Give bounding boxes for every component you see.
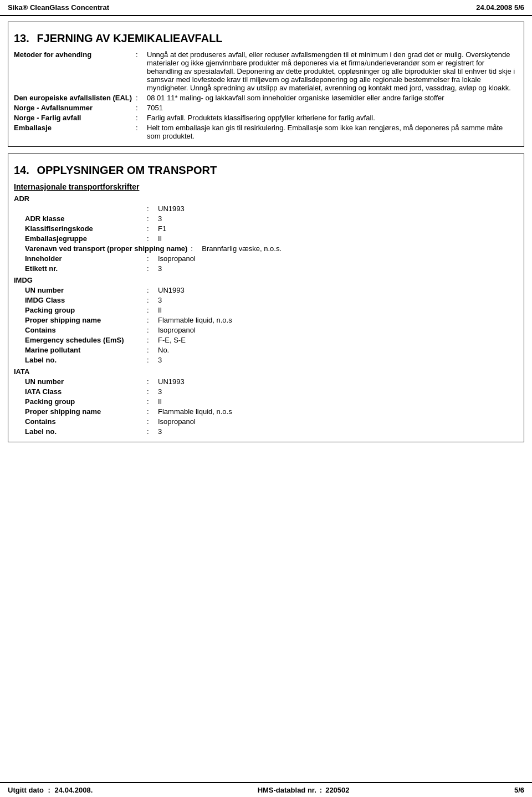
imdg-label-colon: : [147, 356, 158, 364]
imdg-contains-value: Isopropanol [158, 326, 518, 334]
iata-proper-label: Proper shipping name [25, 407, 147, 416]
imdg-section: UN number : UN1993 IMDG Class : 3 Packin… [25, 286, 518, 364]
imdg-packing-colon: : [147, 306, 158, 314]
iata-label-label: Label no. [25, 427, 147, 436]
imdg-emergency-row: Emergency schedules (EmS) : F-E, S-E [25, 336, 518, 344]
footer-utgitt-colon: : [48, 786, 50, 794]
iata-class-value: 3 [158, 387, 518, 396]
adr-section: : UN1993 ADR klasse : 3 Klassifiseringsk… [25, 205, 518, 273]
iata-label-colon: : [147, 427, 158, 436]
field-colon-metoder: : [136, 50, 147, 59]
section-14-title: 14. OPPLYSNINGER OM TRANSPORT [14, 164, 518, 177]
iata-label-row: Label no. : 3 [25, 427, 518, 436]
adr-varenavn-colon: : [191, 244, 202, 253]
field-label-emballasje: Emballasje [14, 124, 136, 132]
adr-inneholder-label: Inneholder [25, 254, 147, 263]
section-13: 13. FJERNING AV KJEMIKALIEAVFALL Metoder… [8, 22, 524, 147]
field-label-avfallsnummer: Norge - Avfallsnummer [14, 104, 136, 112]
adr-class-label: ADR klasse [25, 214, 147, 223]
field-farlig-avfall: Norge - Farlig avfall : Farlig avfall. P… [14, 114, 518, 122]
adr-inneholder-row: Inneholder : Isopropanol [25, 254, 518, 263]
imdg-class-label: IMDG Class [25, 296, 147, 304]
adr-inneholder-colon: : [147, 254, 158, 263]
imdg-marine-colon: : [147, 346, 158, 354]
iata-packing-row: Packing group : II [25, 397, 518, 406]
imdg-label-value: 3 [158, 356, 518, 364]
iata-class-label: IATA Class [25, 387, 147, 396]
page-footer: Utgitt dato : 24.04.2008. HMS-datablad n… [0, 782, 532, 797]
imdg-packing-label: Packing group [25, 306, 147, 314]
imdg-header: IMDG [14, 276, 518, 284]
page: Sika® CleanGlass Concentrat 24.04.2008 5… [0, 0, 532, 797]
adr-class-row: ADR klasse : 3 [25, 214, 518, 223]
adr-klass-colon: : [147, 224, 158, 233]
adr-varenavn-row: Varenavn ved transport (proper shipping … [25, 244, 518, 253]
adr-etikett-label: Etikett nr. [25, 264, 147, 273]
section-14-subsection: Internasjonale transportforskrifter [14, 182, 518, 191]
field-label-metoder: Metoder for avhending [14, 50, 136, 59]
imdg-proper-colon: : [147, 316, 158, 324]
footer-utgitt-label: Utgitt dato [8, 786, 44, 794]
imdg-proper-value: Flammable liquid, n.o.s [158, 316, 518, 324]
footer-hms-colon: : [320, 786, 322, 794]
footer-left: Utgitt dato : 24.04.2008. [8, 786, 93, 794]
imdg-packing-value: II [158, 306, 518, 314]
iata-contains-label: Contains [25, 417, 147, 426]
field-emballasje: Emballasje : Helt tom emballasje kan gis… [14, 124, 518, 140]
footer-hms-label: HMS-datablad nr. [258, 786, 316, 794]
adr-varenavn-value: Brannfarlig væske, n.o.s. [202, 244, 518, 253]
field-colon-farlig: : [136, 114, 147, 122]
imdg-class-colon: : [147, 296, 158, 304]
adr-emb-row: Emballasjegruppe : II [25, 234, 518, 243]
adr-un-colon: : [147, 205, 158, 213]
iata-proper-row: Proper shipping name : Flammable liquid,… [25, 407, 518, 416]
imdg-marine-row: Marine pollutant : No. [25, 346, 518, 354]
field-colon-emballasje: : [136, 124, 147, 132]
field-metoder: Metoder for avhending : Unngå at det pro… [14, 50, 518, 92]
footer-utgitt-value: 24.04.2008. [55, 786, 93, 794]
field-value-emballasje: Helt tom emballasje kan gis til resirkul… [147, 124, 518, 140]
field-colon-eal: : [136, 94, 147, 102]
iata-packing-colon: : [147, 397, 158, 406]
adr-un-row: : UN1993 [25, 205, 518, 213]
field-value-eal: 08 01 11* maling- og lakkavfall som inne… [147, 94, 518, 102]
imdg-contains-row: Contains : Isopropanol [25, 326, 518, 334]
adr-varenavn-label: Varenavn ved transport (proper shipping … [25, 244, 191, 253]
header-meta: 24.04.2008 5/6 [476, 3, 524, 12]
iata-un-colon: : [147, 377, 158, 386]
adr-klass-label: Klassifiseringskode [25, 224, 147, 233]
imdg-emergency-colon: : [147, 336, 158, 344]
adr-class-value: 3 [158, 214, 518, 223]
iata-class-row: IATA Class : 3 [25, 387, 518, 396]
imdg-proper-label: Proper shipping name [25, 316, 147, 324]
imdg-un-colon: : [147, 286, 158, 294]
adr-header: ADR [14, 195, 518, 203]
footer-hms-value: 220502 [325, 786, 349, 794]
adr-klass-value: F1 [158, 224, 518, 233]
imdg-un-label: UN number [25, 286, 147, 294]
imdg-label-label: Label no. [25, 356, 147, 364]
iata-label-value: 3 [158, 427, 518, 436]
imdg-marine-value: No. [158, 346, 518, 354]
imdg-emergency-value: F-E, S-E [158, 336, 518, 344]
imdg-emergency-label: Emergency schedules (EmS) [25, 336, 147, 344]
adr-emb-value: II [158, 234, 518, 243]
main-content: 13. FJERNING AV KJEMIKALIEAVFALL Metoder… [0, 16, 532, 482]
header-title: Sika® CleanGlass Concentrat [8, 3, 109, 12]
iata-contains-row: Contains : Isopropanol [25, 417, 518, 426]
imdg-contains-label: Contains [25, 326, 147, 334]
iata-un-value: UN1993 [158, 377, 518, 386]
footer-center: HMS-datablad nr. : 220502 [258, 786, 350, 794]
imdg-un-value: UN1993 [158, 286, 518, 294]
field-value-avfallsnummer: 7051 [147, 104, 518, 112]
adr-emb-colon: : [147, 234, 158, 243]
adr-etikett-colon: : [147, 264, 158, 273]
iata-packing-value: II [158, 397, 518, 406]
imdg-packing-row: Packing group : II [25, 306, 518, 314]
adr-class-colon: : [147, 214, 158, 223]
adr-un-value: UN1993 [158, 205, 518, 213]
iata-contains-value: Isopropanol [158, 417, 518, 426]
iata-packing-label: Packing group [25, 397, 147, 406]
adr-emb-label: Emballasjegruppe [25, 234, 147, 243]
iata-class-colon: : [147, 387, 158, 396]
